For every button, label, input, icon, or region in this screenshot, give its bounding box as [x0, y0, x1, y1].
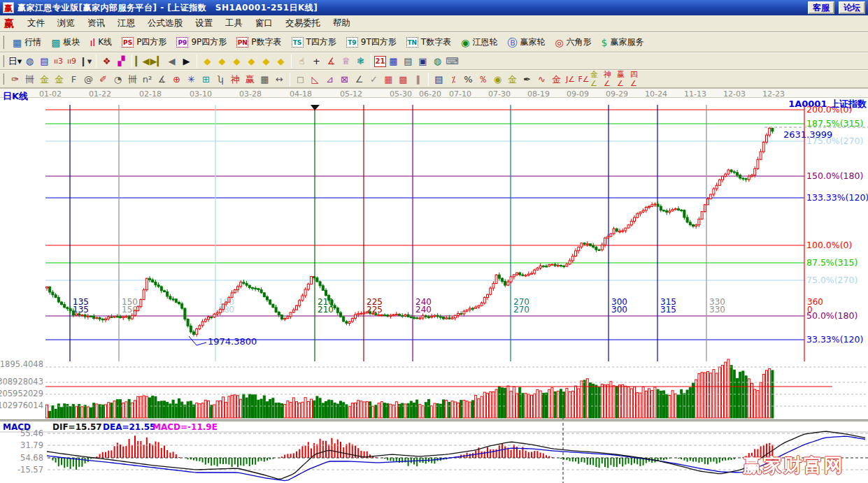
fan-box-icon[interactable]: ⊿: [322, 72, 337, 86]
a-angle-icon[interactable]: ∡: [155, 72, 169, 86]
red-fan-icon[interactable]: ◺: [308, 72, 322, 86]
shen-tool-icon[interactable]: 神: [228, 72, 243, 86]
gold-lines-icon[interactable]: 金: [505, 72, 520, 86]
compress-x-diamond-icon[interactable]: ◆: [244, 55, 259, 69]
go-last-icon[interactable]: ▶▎: [150, 55, 164, 69]
quotes-button[interactable]: ▦行情: [8, 35, 46, 50]
toolbar-grip[interactable]: [3, 73, 5, 85]
next-page-icon[interactable]: ▶: [179, 55, 194, 69]
ink-pen-icon[interactable]: ✒: [520, 72, 534, 86]
9p-square-button[interactable]: P99P四方形: [171, 35, 232, 50]
f-ruler-icon[interactable]: F: [66, 72, 81, 86]
clock-cycle-icon[interactable]: ◔: [111, 72, 125, 86]
expand-star-diamond-icon[interactable]: ◆: [259, 55, 273, 69]
n2-icon[interactable]: n²: [140, 72, 155, 86]
crown-tool-icon[interactable]: ♕: [339, 55, 353, 69]
span-arrows-icon[interactable]: ↔: [272, 72, 287, 86]
single-candle-dropdown-icon[interactable]: ❙▾: [78, 55, 93, 69]
menu-item-文件[interactable]: 文件: [21, 16, 51, 31]
save-icon[interactable]: ▣: [415, 55, 430, 69]
winner-service-button[interactable]: $赢家服务: [597, 35, 649, 50]
grid-ruler-icon[interactable]: 卌: [22, 72, 37, 86]
kline-button[interactable]: ılK线: [85, 35, 117, 50]
menu-item-设置[interactable]: 设置: [189, 16, 219, 31]
hash-lines-icon[interactable]: 卌: [125, 72, 140, 86]
k-mark-icon[interactable]: ʮ: [213, 72, 228, 86]
bars-3-icon[interactable]: ıı3: [52, 55, 65, 69]
menu-item-工具[interactable]: 工具: [219, 16, 249, 31]
box-rays-icon[interactable]: ⊠: [337, 72, 352, 86]
v-check-icon[interactable]: ✓: [367, 72, 381, 86]
color-histogram-icon[interactable]: ▞: [114, 55, 129, 69]
toolbar-grip[interactable]: [3, 55, 5, 66]
quote-info-icon[interactable]: ▤: [37, 55, 52, 69]
p-square-button[interactable]: PSP四方形: [117, 35, 171, 50]
pencil-angle-icon[interactable]: ∠: [352, 72, 367, 86]
star-web-icon[interactable]: ✳: [184, 72, 199, 86]
swirl-chart-icon[interactable]: ◍: [22, 55, 37, 69]
expand-horizontal-diamond-icon[interactable]: ◆: [229, 55, 244, 69]
go-first-icon[interactable]: ▎◀: [135, 55, 150, 69]
gold-channel-icon[interactable]: 金: [549, 72, 564, 86]
winner-wheel-button[interactable]: Ⓑ赢家轮: [502, 35, 550, 50]
gold-circle-icon[interactable]: ◉: [490, 72, 505, 86]
pattern-red-icon[interactable]: ❖: [99, 55, 114, 69]
menu-item-交易委托[interactable]: 交易委托: [279, 16, 327, 31]
candle-style-dropdown-icon[interactable]: 日▾: [8, 55, 22, 69]
square-select-icon[interactable]: ◻: [293, 72, 308, 86]
expand-cross-diamond-icon[interactable]: ◆: [273, 55, 288, 69]
toolbar-grip[interactable]: [3, 36, 5, 49]
sectors-button[interactable]: ▩板块: [46, 35, 85, 50]
hexagon-button[interactable]: ◎六角形: [550, 35, 596, 50]
red-grid-icon[interactable]: ▦: [381, 72, 396, 86]
web-service-icon[interactable]: ◍: [430, 55, 445, 69]
percent-icon[interactable]: %: [461, 72, 476, 86]
gold-split-icon[interactable]: 金: [37, 72, 52, 86]
percent-line-icon[interactable]: ⁒: [446, 72, 461, 86]
spiral-icon[interactable]: @: [81, 72, 96, 86]
prev-page-icon[interactable]: ◀: [164, 55, 179, 69]
p-number-table-button[interactable]: PNP数字表: [232, 35, 286, 50]
parallel-lines-icon[interactable]: ∥: [411, 72, 425, 86]
remote-computer-icon[interactable]: ⌨: [445, 55, 460, 69]
red-brush-icon[interactable]: ✐: [96, 72, 111, 86]
menu-item-江恩[interactable]: 江恩: [111, 16, 141, 31]
j-angle-icon[interactable]: J∠: [564, 72, 577, 86]
bar-list-icon[interactable]: ▤: [432, 72, 446, 86]
drag-hand-icon[interactable]: ☝: [294, 55, 309, 69]
indicator-name-label[interactable]: MACD: [3, 422, 31, 432]
win-tool-icon[interactable]: 赢: [243, 72, 257, 86]
gold-angle-icon[interactable]: 金∠: [590, 72, 604, 86]
t-square-button[interactable]: TST四方形: [287, 35, 341, 50]
shen-angle-icon[interactable]: 神∠: [604, 72, 617, 86]
red-grid2-icon[interactable]: ▩: [396, 72, 411, 86]
menu-item-资讯[interactable]: 资讯: [81, 16, 111, 31]
calendar-21-icon[interactable]: 21: [374, 56, 386, 67]
circle-cross-icon[interactable]: ⊕: [169, 72, 184, 86]
brain-tool-icon[interactable]: ❃: [353, 55, 368, 69]
forum-button[interactable]: 论坛: [839, 1, 865, 14]
t-number-table-button[interactable]: TNT数字表: [401, 35, 456, 50]
gann-wheel-button[interactable]: ◉江恩轮: [456, 35, 502, 50]
notes-icon[interactable]: ▤: [401, 55, 415, 69]
9t-square-button[interactable]: T99T四方形: [341, 35, 401, 50]
menu-item-浏览[interactable]: 浏览: [51, 16, 81, 31]
compress-right-diamond-icon[interactable]: ◆: [215, 55, 229, 69]
bars-9-icon[interactable]: ıı9: [65, 55, 78, 69]
win-angle-icon[interactable]: 赢∠: [617, 72, 630, 86]
f-angle-icon[interactable]: F∠: [577, 72, 590, 86]
compress-left-diamond-icon[interactable]: ◆: [200, 55, 215, 69]
wave-channel-icon[interactable]: ∿: [534, 72, 549, 86]
number-grid-icon[interactable]: ▦: [257, 72, 272, 86]
menu-item-窗口[interactable]: 窗口: [249, 16, 279, 31]
percent-levels-icon[interactable]: ％: [476, 72, 490, 86]
customer-service-button[interactable]: 客服: [808, 1, 834, 14]
angle-measure-icon[interactable]: ∡: [324, 55, 339, 69]
calculator-icon[interactable]: ▦: [386, 55, 401, 69]
knife-tool-icon[interactable]: ✑: [8, 72, 22, 86]
menu-item-帮助[interactable]: 帮助: [327, 16, 357, 31]
square-web-icon[interactable]: ⊞: [199, 72, 213, 86]
crosshair-icon[interactable]: +: [309, 55, 324, 69]
menu-item-公式选股[interactable]: 公式选股: [141, 16, 189, 31]
gold-split2-icon[interactable]: 金: [52, 72, 66, 86]
